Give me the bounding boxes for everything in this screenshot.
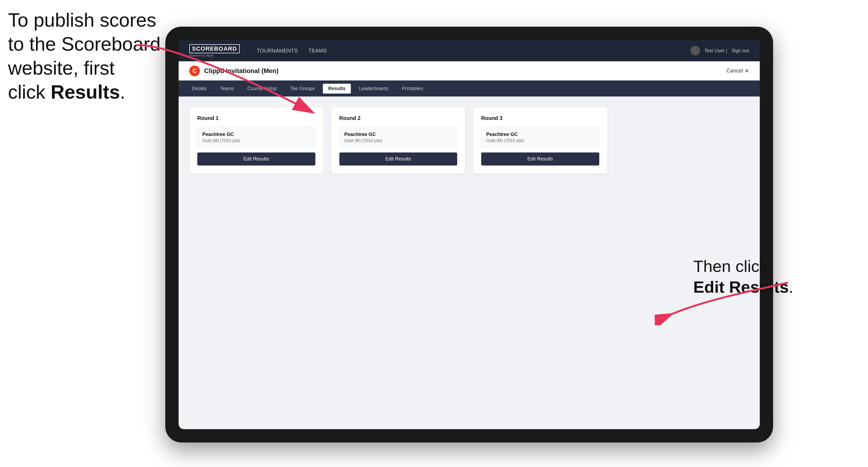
round-1-course-name: Peachtree GC (202, 132, 310, 137)
edit-results-round-2-button[interactable]: Edit Results (339, 153, 458, 165)
round-2-course-name: Peachtree GC (344, 132, 453, 137)
round-2-card: Round 2 Peachtree GC Gold (M) (7010 yds)… (331, 107, 465, 174)
nav-user: Test User | (704, 48, 727, 54)
tab-leaderboards[interactable]: Leaderboards (353, 84, 394, 94)
edit-results-round-1-button[interactable]: Edit Results (197, 153, 315, 165)
main-content: Round 1 Peachtree GC Gold (M) (7010 yds)… (179, 96, 760, 429)
round-3-title: Round 3 (481, 115, 599, 121)
round-3-card: Round 3 Peachtree GC Gold (M) (7010 yds)… (473, 107, 607, 174)
instruction-right: Then click Edit Results. (693, 256, 793, 297)
nav-tournaments[interactable]: TOURNAMENTS (257, 48, 298, 54)
round-1-title: Round 1 (197, 115, 315, 121)
edit-results-round-3-button[interactable]: Edit Results (481, 153, 599, 165)
round-2-course-card: Peachtree GC Gold (M) (7010 yds) (339, 127, 458, 148)
logo-area: SCOREBOARD Powered by clippd (189, 44, 241, 57)
round-3-course-details: Gold (M) (7010 yds) (486, 138, 594, 143)
tournament-icon: C (189, 66, 200, 76)
logo-subtext: Powered by clippd (189, 54, 241, 57)
tab-printables[interactable]: Printables (396, 84, 428, 94)
round-3-course-name: Peachtree GC (486, 132, 594, 137)
cancel-button[interactable]: Cancel ✕ (726, 68, 749, 74)
nav-teams[interactable]: TEAMS (308, 48, 327, 54)
tournament-bar: C Clippd Invitational (Men) Cancel ✕ (179, 61, 760, 81)
round-1-course-details: Gold (M) (7010 yds) (202, 138, 310, 143)
round-3-course-card: Peachtree GC Gold (M) (7010 yds) (481, 127, 599, 148)
nav-links: TOURNAMENTS TEAMS (257, 48, 690, 54)
tablet-frame: SCOREBOARD Powered by clippd TOURNAMENTS… (165, 27, 773, 442)
instruction-left: To publish scores to the Scoreboard webs… (8, 8, 163, 104)
nav-right: Test User | Sign out (690, 46, 749, 56)
nav-bar: SCOREBOARD Powered by clippd TOURNAMENTS… (179, 40, 760, 61)
nav-avatar (690, 46, 700, 56)
nav-signout[interactable]: Sign out (732, 48, 749, 54)
logo-box: SCOREBOARD (189, 44, 240, 53)
tab-details[interactable]: Details (187, 84, 212, 94)
tabs-bar: Details Teams Course Setup Tee Groups Re… (179, 81, 760, 96)
round-2-title: Round 2 (339, 115, 458, 121)
tab-results[interactable]: Results (323, 84, 351, 94)
empty-column (615, 107, 749, 174)
round-2-course-details: Gold (M) (7010 yds) (344, 138, 453, 143)
close-icon: ✕ (745, 68, 749, 74)
tournament-title: Clippd Invitational (Men) (204, 67, 726, 75)
logo-text: SCOREBOARD (192, 46, 237, 52)
tab-course-setup[interactable]: Course Setup (242, 84, 282, 94)
tablet-screen: SCOREBOARD Powered by clippd TOURNAMENTS… (179, 40, 760, 429)
round-1-course-card: Peachtree GC Gold (M) (7010 yds) (197, 127, 315, 148)
tab-teams[interactable]: Teams (215, 84, 239, 94)
rounds-grid: Round 1 Peachtree GC Gold (M) (7010 yds)… (189, 107, 749, 174)
round-1-card: Round 1 Peachtree GC Gold (M) (7010 yds)… (189, 107, 323, 174)
tab-tee-groups[interactable]: Tee Groups (285, 84, 320, 94)
